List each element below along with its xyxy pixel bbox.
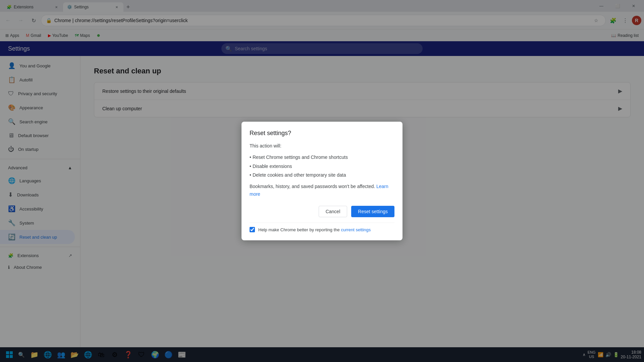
bullet-1: •	[250, 154, 251, 161]
dialog-list-text-3: Delete cookies and other temporary site …	[253, 171, 346, 179]
checkbox-label-text: Help make Chrome better by reporting the…	[258, 227, 371, 232]
report-checkbox[interactable]	[250, 227, 255, 232]
dialog-bookmarks-note: Bookmarks, history, and saved passwords …	[250, 183, 394, 198]
dialog-list: • Reset Chrome settings and Chrome short…	[250, 154, 394, 179]
dialog-overlay: Reset settings? This action will: • Rese…	[0, 0, 644, 362]
cancel-button[interactable]: Cancel	[319, 206, 347, 217]
bullet-3: •	[250, 171, 251, 179]
bullet-2: •	[250, 163, 251, 170]
dialog-list-text-1: Reset Chrome settings and Chrome shortcu…	[253, 154, 348, 161]
dialog-list-item-1: • Reset Chrome settings and Chrome short…	[250, 154, 394, 161]
reset-settings-button[interactable]: Reset settings	[351, 206, 394, 217]
reset-settings-dialog: Reset settings? This action will: • Rese…	[241, 122, 402, 240]
dialog-list-item-3: • Delete cookies and other temporary sit…	[250, 171, 394, 179]
current-settings-link[interactable]: current settings	[341, 227, 371, 232]
browser-window: 🧩 Extensions ✕ ⚙️ Settings ✕ + — ⬜ ✕ ← →…	[0, 0, 644, 362]
dialog-actions: Cancel Reset settings	[250, 206, 394, 217]
dialog-checkbox-row: Help make Chrome better by reporting the…	[250, 223, 394, 232]
dialog-list-item-2: • Disable extensions	[250, 163, 394, 170]
dialog-action-will: This action will:	[250, 142, 394, 149]
dialog-body: This action will: • Reset Chrome setting…	[250, 142, 394, 198]
dialog-title: Reset settings?	[250, 130, 394, 137]
dialog-list-text-2: Disable extensions	[253, 163, 292, 170]
